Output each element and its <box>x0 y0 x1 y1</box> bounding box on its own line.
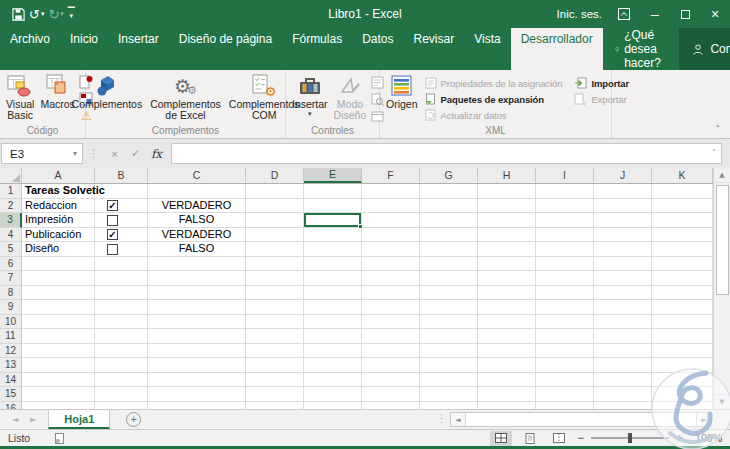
cell-B4[interactable]: ✓ <box>95 228 148 243</box>
row-header-15[interactable]: 15 <box>0 387 22 402</box>
cell-D6[interactable] <box>246 257 304 272</box>
cell-D14[interactable] <box>246 373 304 388</box>
cell-H10[interactable] <box>478 315 536 330</box>
cell-K16[interactable] <box>652 402 713 410</box>
cell-E4[interactable] <box>304 228 362 243</box>
cell-A10[interactable] <box>22 315 95 330</box>
cell-K7[interactable] <box>652 271 713 286</box>
modo-diseno-button[interactable]: Modo Diseño <box>331 71 370 121</box>
expand-formula-bar-icon[interactable]: ˅ <box>712 149 721 158</box>
cell-I8[interactable] <box>536 286 594 301</box>
redo-button[interactable]: ↻▾ <box>48 8 63 21</box>
cell-J11[interactable] <box>594 329 652 344</box>
origen-button[interactable]: Origen <box>383 71 421 110</box>
cell-K10[interactable] <box>652 315 713 330</box>
cell-H13[interactable] <box>478 358 536 373</box>
cell-D4[interactable] <box>246 228 304 243</box>
cell-B2[interactable]: ✓ <box>95 199 148 214</box>
row-header-6[interactable]: 6 <box>0 257 22 272</box>
row-header-11[interactable]: 11 <box>0 329 22 344</box>
cell-A3[interactable]: Impresión <box>22 213 95 228</box>
tab-archivo[interactable]: Archivo <box>0 28 60 70</box>
cell-C1[interactable] <box>148 184 246 199</box>
cell-G9[interactable] <box>420 300 478 315</box>
cell-F16[interactable] <box>362 402 420 410</box>
cell-G1[interactable] <box>420 184 478 199</box>
cell-C13[interactable] <box>148 358 246 373</box>
tab-desarrollador[interactable]: Desarrollador <box>511 28 603 70</box>
cell-E7[interactable] <box>304 271 362 286</box>
cell-D12[interactable] <box>246 344 304 359</box>
share-button[interactable]: Compartir <box>679 28 730 70</box>
cell-B6[interactable] <box>95 257 148 272</box>
new-sheet-button[interactable]: + <box>126 412 141 427</box>
undo-button[interactable]: ↺▾ <box>29 8 44 21</box>
cell-A9[interactable] <box>22 300 95 315</box>
cell-A13[interactable] <box>22 358 95 373</box>
cell-I15[interactable] <box>536 387 594 402</box>
cell-I14[interactable] <box>536 373 594 388</box>
cell-K8[interactable] <box>652 286 713 301</box>
cell-J9[interactable] <box>594 300 652 315</box>
cell-K5[interactable] <box>652 242 713 257</box>
cell-A11[interactable] <box>22 329 95 344</box>
cell-C5[interactable]: FALSO <box>148 242 246 257</box>
cell-F8[interactable] <box>362 286 420 301</box>
row-header-2[interactable]: 2 <box>0 199 22 214</box>
cell-I13[interactable] <box>536 358 594 373</box>
cell-F4[interactable] <box>362 228 420 243</box>
cell-E5[interactable] <box>304 242 362 257</box>
cell-I4[interactable] <box>536 228 594 243</box>
cell-J8[interactable] <box>594 286 652 301</box>
cell-A14[interactable] <box>22 373 95 388</box>
cell-D7[interactable] <box>246 271 304 286</box>
cell-K14[interactable] <box>652 373 713 388</box>
vertical-scrollbar[interactable]: ▲ ▼ <box>713 168 730 409</box>
cell-E3[interactable] <box>304 213 362 228</box>
cell-D8[interactable] <box>246 286 304 301</box>
cell-I10[interactable] <box>536 315 594 330</box>
cell-D3[interactable] <box>246 213 304 228</box>
cell-H7[interactable] <box>478 271 536 286</box>
row-header-1[interactable]: 1 <box>0 184 22 199</box>
cell-C6[interactable] <box>148 257 246 272</box>
cell-D15[interactable] <box>246 387 304 402</box>
tab-diseno-de-pagina[interactable]: Diseño de página <box>169 28 282 70</box>
form-checkbox-B2[interactable]: ✓ <box>107 200 118 211</box>
form-checkbox-B3[interactable] <box>107 215 118 226</box>
cell-F1[interactable] <box>362 184 420 199</box>
cell-A8[interactable] <box>22 286 95 301</box>
cell-G10[interactable] <box>420 315 478 330</box>
column-header-K[interactable]: K <box>652 168 713 183</box>
cell-A5[interactable]: Diseño <box>22 242 95 257</box>
cell-F3[interactable] <box>362 213 420 228</box>
cell-G15[interactable] <box>420 387 478 402</box>
cell-K11[interactable] <box>652 329 713 344</box>
cell-I9[interactable] <box>536 300 594 315</box>
cell-H6[interactable] <box>478 257 536 272</box>
cell-E10[interactable] <box>304 315 362 330</box>
cell-D16[interactable] <box>246 402 304 410</box>
cell-I16[interactable] <box>536 402 594 410</box>
cell-B12[interactable] <box>95 344 148 359</box>
cell-F10[interactable] <box>362 315 420 330</box>
cell-G5[interactable] <box>420 242 478 257</box>
cell-C7[interactable] <box>148 271 246 286</box>
page-layout-view-button[interactable] <box>519 431 541 446</box>
cell-H14[interactable] <box>478 373 536 388</box>
cell-J15[interactable] <box>594 387 652 402</box>
minimize-button[interactable]: – <box>640 0 670 28</box>
cell-A16[interactable] <box>22 402 95 410</box>
select-all-button[interactable] <box>0 168 22 183</box>
cell-A2[interactable]: Redaccion <box>22 199 95 214</box>
propiedades-asignacion-button[interactable]: Propiedades de la asignación <box>425 75 563 91</box>
cell-J6[interactable] <box>594 257 652 272</box>
cell-H4[interactable] <box>478 228 536 243</box>
column-header-J[interactable]: J <box>594 168 652 183</box>
cell-F2[interactable] <box>362 199 420 214</box>
cell-F9[interactable] <box>362 300 420 315</box>
cell-B7[interactable] <box>95 271 148 286</box>
tab-revisar[interactable]: Revisar <box>404 28 465 70</box>
cell-F6[interactable] <box>362 257 420 272</box>
row-header-5[interactable]: 5 <box>0 242 22 257</box>
